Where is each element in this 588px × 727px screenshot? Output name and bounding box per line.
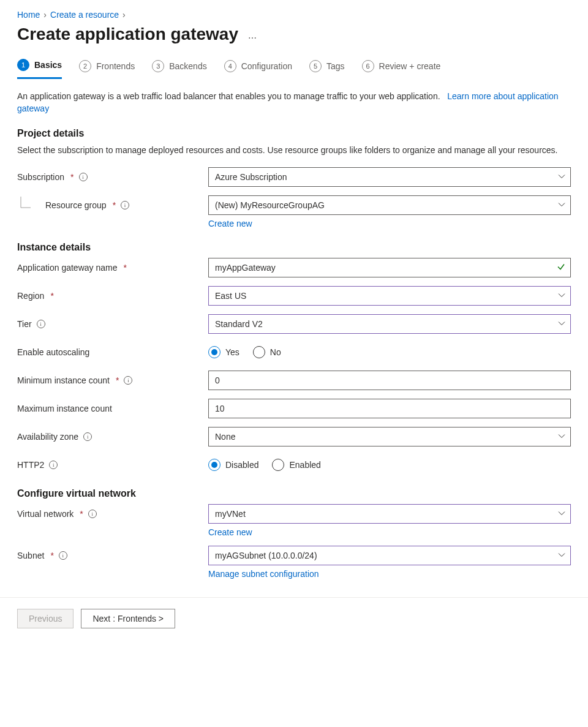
enable-autoscaling-radio-group: Yes No xyxy=(208,342,571,362)
section-project-details-desc: Select the subscription to manage deploy… xyxy=(17,144,571,156)
chevron-down-icon xyxy=(558,291,565,301)
tab-tags[interactable]: 5 Tags xyxy=(309,59,345,79)
dropdown-value: myVNet xyxy=(215,509,246,519)
max-instance-count-label: Maximum instance count xyxy=(17,399,208,418)
tab-basics[interactable]: 1 Basics xyxy=(17,59,62,79)
info-icon[interactable] xyxy=(88,510,97,518)
breadcrumb: Home › Create a resource › xyxy=(17,10,571,20)
tab-step-number: 2 xyxy=(79,60,91,72)
tab-step-number: 1 xyxy=(17,59,29,71)
dropdown-value: Standard V2 xyxy=(215,319,263,329)
enable-autoscaling-label: Enable autoscaling xyxy=(17,342,208,362)
dropdown-value: East US xyxy=(215,291,246,301)
autoscaling-yes-radio[interactable]: Yes xyxy=(208,346,239,358)
min-instance-count-label: Minimum instance count* xyxy=(17,371,208,390)
create-new-resource-group-link[interactable]: Create new xyxy=(208,219,252,228)
resource-group-label: Resource group* xyxy=(17,195,208,215)
min-instance-count-input[interactable]: 0 xyxy=(208,371,571,390)
chevron-down-icon xyxy=(558,172,565,182)
valid-checkmark-icon xyxy=(557,263,565,273)
tab-label: Basics xyxy=(34,60,62,70)
tab-step-number: 6 xyxy=(362,60,374,72)
tab-label: Tags xyxy=(326,61,345,71)
region-label: Region* xyxy=(17,286,208,306)
wizard-tabs: 1 Basics 2 Frontends 3 Backends 4 Config… xyxy=(17,59,571,79)
intro-description: An application gateway is a web traffic … xyxy=(17,91,440,101)
info-icon[interactable] xyxy=(121,201,129,209)
input-value: 10 xyxy=(215,404,225,413)
tab-step-number: 5 xyxy=(309,60,322,72)
next-button[interactable]: Next : Frontends > xyxy=(81,609,175,628)
chevron-down-icon xyxy=(558,551,565,560)
tab-backends[interactable]: 3 Backends xyxy=(152,59,206,79)
subnet-label: Subnet* xyxy=(17,546,208,565)
page-title: Create application gateway xyxy=(17,24,238,44)
breadcrumb-create-resource[interactable]: Create a resource xyxy=(50,10,119,20)
resource-group-dropdown[interactable]: (New) MyResourceGroupAG xyxy=(208,195,571,215)
tab-label: Configuration xyxy=(241,61,292,71)
virtual-network-label: Virtual network* xyxy=(17,504,208,524)
chevron-down-icon xyxy=(558,200,565,210)
breadcrumb-home[interactable]: Home xyxy=(17,10,40,20)
input-value: myAppGateway xyxy=(215,263,276,273)
autoscaling-no-radio[interactable]: No xyxy=(253,346,281,358)
tab-label: Frontends xyxy=(96,61,135,71)
tab-review-create[interactable]: 6 Review + create xyxy=(362,59,441,79)
input-value: 0 xyxy=(215,375,220,385)
info-icon[interactable] xyxy=(59,551,67,560)
info-icon[interactable] xyxy=(37,320,45,328)
tab-step-number: 4 xyxy=(224,60,236,72)
info-icon[interactable] xyxy=(124,376,132,385)
create-new-vnet-link[interactable]: Create new xyxy=(208,527,252,537)
chevron-down-icon xyxy=(558,509,565,519)
indent-connector-icon xyxy=(17,197,34,214)
http2-label: HTTP2 xyxy=(17,455,208,475)
subnet-dropdown[interactable]: myAGSubnet (10.0.0.0/24) xyxy=(208,546,571,565)
wizard-footer: Previous Next : Frontends > xyxy=(0,597,588,628)
section-instance-details-title: Instance details xyxy=(17,242,571,253)
tab-step-number: 3 xyxy=(152,60,164,72)
radio-label: Yes xyxy=(225,347,239,357)
tab-label: Review + create xyxy=(379,61,441,71)
section-vnet-title: Configure virtual network xyxy=(17,488,571,499)
app-gateway-name-input[interactable]: myAppGateway xyxy=(208,258,571,277)
tier-label: Tier xyxy=(17,314,208,334)
http2-radio-group: Disabled Enabled xyxy=(208,455,571,475)
chevron-down-icon xyxy=(558,319,565,329)
intro-text: An application gateway is a web traffic … xyxy=(17,90,571,115)
app-gateway-name-label: Application gateway name* xyxy=(17,258,208,277)
availability-zone-dropdown[interactable]: None xyxy=(208,427,571,446)
breadcrumb-sep: › xyxy=(123,10,126,20)
subscription-dropdown[interactable]: Azure Subscription xyxy=(208,167,571,187)
dropdown-value: (New) MyResourceGroupAG xyxy=(215,200,325,210)
virtual-network-dropdown[interactable]: myVNet xyxy=(208,504,571,524)
radio-label: No xyxy=(270,347,281,357)
radio-label: Enabled xyxy=(289,460,320,470)
http2-enabled-radio[interactable]: Enabled xyxy=(272,459,320,471)
region-dropdown[interactable]: East US xyxy=(208,286,571,306)
section-project-details-title: Project details xyxy=(17,128,571,139)
subscription-label: Subscription* xyxy=(17,167,208,187)
previous-button[interactable]: Previous xyxy=(17,609,74,628)
breadcrumb-sep: › xyxy=(43,10,47,20)
dropdown-value: myAGSubnet (10.0.0.0/24) xyxy=(215,551,317,560)
max-instance-count-input[interactable]: 10 xyxy=(208,399,571,418)
info-icon[interactable] xyxy=(83,432,92,441)
tab-frontends[interactable]: 2 Frontends xyxy=(79,59,135,79)
http2-disabled-radio[interactable]: Disabled xyxy=(208,459,258,471)
info-icon[interactable] xyxy=(49,461,58,469)
manage-subnet-link[interactable]: Manage subnet configuration xyxy=(208,569,319,579)
dropdown-value: None xyxy=(215,432,235,442)
info-icon[interactable] xyxy=(79,173,88,181)
chevron-down-icon xyxy=(558,432,565,442)
availability-zone-label: Availability zone xyxy=(17,427,208,446)
more-actions-button[interactable]: ⋯ xyxy=(248,33,258,43)
radio-label: Disabled xyxy=(225,460,258,470)
tier-dropdown[interactable]: Standard V2 xyxy=(208,314,571,334)
dropdown-value: Azure Subscription xyxy=(215,172,287,182)
tab-label: Backends xyxy=(169,61,206,71)
tab-configuration[interactable]: 4 Configuration xyxy=(224,59,292,79)
